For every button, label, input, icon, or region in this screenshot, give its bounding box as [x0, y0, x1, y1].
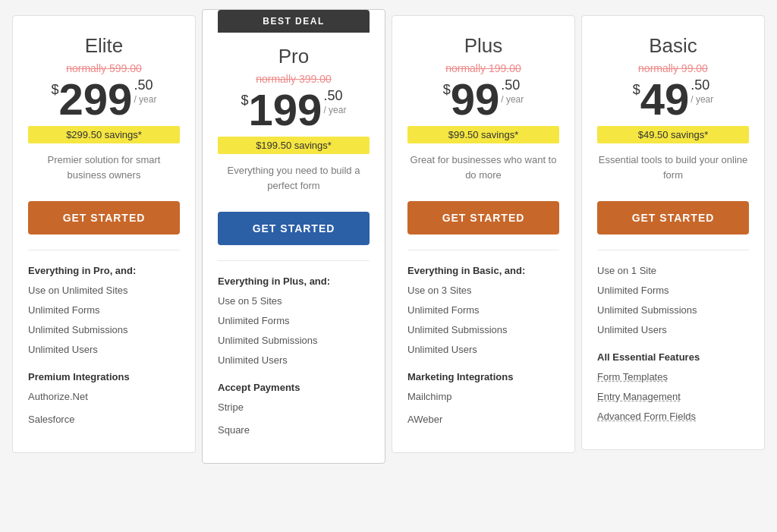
feature-item: Use on 3 Sites — [407, 281, 559, 301]
feature-item: Use on 5 Sites — [218, 291, 370, 311]
feature-section-plus-0: Everything in Basic, and:Use on 3 SitesU… — [407, 261, 559, 360]
best-deal-banner: BEST DEAL — [218, 10, 370, 33]
feature-item: Use on 1 Site — [597, 261, 749, 281]
feature-section-elite-1: Premium IntegrationsAuthorize.NetSalesfo… — [28, 367, 180, 430]
price-amount-elite: 299 — [59, 77, 133, 121]
price-dollar-pro: $ — [241, 93, 249, 109]
feature-section-basic-1: All Essential FeaturesForm TemplatesEntr… — [597, 348, 749, 427]
feature-header-elite-1: Premium Integrations — [28, 367, 180, 387]
features-list-plus: Everything in Basic, and:Use on 3 SitesU… — [407, 261, 559, 430]
price-cents-pro: .50 — [323, 88, 346, 105]
feature-item: Advanced Form Fields — [597, 407, 749, 427]
feature-item: Unlimited Forms — [597, 281, 749, 301]
feature-item: Unlimited Submissions — [28, 320, 180, 340]
plan-card-pro: BEST DEALPronormally 399.00 $ 199 .50 / … — [202, 9, 385, 464]
feature-item: Unlimited Users — [218, 351, 370, 370]
savings-badge-pro: $199.50 savings* — [218, 137, 370, 154]
savings-badge-elite: $299.50 savings* — [28, 126, 180, 143]
feature-section-basic-0: Use on 1 SiteUnlimited FormsUnlimited Su… — [597, 261, 749, 340]
divider-plus — [407, 250, 559, 250]
pricing-section: Elitenormally 599.00 $ 299 .50 / year $2… — [9, 15, 768, 464]
feature-item: Form Templates — [597, 367, 749, 387]
feature-item: Use on Unlimited Sites — [28, 281, 180, 301]
plan-description-elite: Premier solution for smart business owne… — [28, 153, 180, 189]
feature-item: Unlimited Submissions — [407, 320, 559, 340]
features-list-elite: Everything in Pro, and:Use on Unlimited … — [28, 261, 180, 430]
feature-item: Salesforce — [28, 410, 180, 430]
feature-section-plus-1: Marketing IntegrationsMailchimpAWeber — [407, 367, 559, 430]
plan-name-plus: Plus — [407, 34, 559, 58]
feature-header-plus-0: Everything in Basic, and: — [407, 261, 559, 281]
plan-name-basic: Basic — [597, 34, 749, 58]
price-cents-plus: .50 — [501, 77, 524, 94]
price-year-elite: / year — [134, 94, 156, 105]
price-detail-elite: .50 / year — [134, 77, 156, 105]
feature-section-elite-0: Everything in Pro, and:Use on Unlimited … — [28, 261, 180, 360]
plan-card-basic: Basicnormally 99.00 $ 49 .50 / year $49.… — [581, 15, 765, 450]
features-list-pro: Everything in Plus, and:Use on 5 SitesUn… — [218, 272, 370, 440]
plan-description-pro: Everything you need to build a perfect f… — [218, 163, 370, 200]
feature-header-pro-0: Everything in Plus, and: — [218, 272, 370, 291]
plan-name-pro: Pro — [218, 45, 370, 68]
price-row-elite: $ 299 .50 / year — [28, 77, 180, 121]
feature-item: Unlimited Users — [597, 320, 749, 340]
price-amount-plus: 99 — [451, 77, 500, 121]
price-row-plus: $ 99 .50 / year — [407, 77, 559, 121]
original-price-plus: normally 199.00 — [407, 62, 559, 74]
savings-badge-plus: $99.50 savings* — [407, 126, 559, 143]
original-price-pro: normally 399.00 — [218, 73, 370, 85]
feature-header-pro-1: Accept Payments — [218, 378, 370, 398]
price-amount-basic: 49 — [640, 77, 690, 121]
feature-item: Unlimited Submissions — [218, 331, 370, 351]
price-amount-pro: 199 — [249, 88, 322, 132]
plan-card-elite: Elitenormally 599.00 $ 299 .50 / year $2… — [12, 15, 196, 453]
features-list-basic: Use on 1 SiteUnlimited FormsUnlimited Su… — [597, 261, 749, 427]
feature-item: Authorize.Net — [28, 387, 180, 407]
feature-header-plus-1: Marketing Integrations — [407, 367, 559, 387]
price-detail-pro: .50 / year — [323, 88, 346, 115]
price-detail-basic: .50 / year — [690, 77, 713, 105]
feature-item: Unlimited Submissions — [597, 301, 749, 320]
price-dollar-basic: $ — [633, 82, 640, 98]
price-year-basic: / year — [690, 94, 713, 105]
original-price-basic: normally 99.00 — [597, 62, 749, 74]
price-detail-plus: .50 / year — [501, 77, 524, 105]
original-price-elite: normally 599.00 — [28, 62, 180, 74]
get-started-btn-elite[interactable]: GET STARTED — [28, 201, 180, 235]
feature-header-basic-1: All Essential Features — [597, 348, 749, 367]
price-dollar-elite: $ — [52, 82, 59, 98]
price-row-basic: $ 49 .50 / year — [597, 77, 749, 121]
feature-item: AWeber — [407, 410, 559, 430]
feature-item: Unlimited Forms — [407, 301, 559, 320]
divider-elite — [28, 250, 180, 250]
feature-item: Unlimited Forms — [218, 311, 370, 331]
price-year-plus: / year — [501, 94, 524, 105]
feature-section-pro-1: Accept PaymentsStripeSquare — [218, 378, 370, 440]
savings-badge-basic: $49.50 savings* — [597, 126, 749, 143]
feature-item: Unlimited Users — [407, 340, 559, 360]
plans-row: Elitenormally 599.00 $ 299 .50 / year $2… — [9, 15, 768, 464]
price-cents-basic: .50 — [690, 77, 713, 94]
get-started-btn-pro[interactable]: GET STARTED — [218, 212, 370, 245]
feature-header-elite-0: Everything in Pro, and: — [28, 261, 180, 281]
plan-card-plus: Plusnormally 199.00 $ 99 .50 / year $99.… — [392, 15, 575, 453]
feature-item: Stripe — [218, 398, 370, 417]
divider-pro — [218, 260, 370, 261]
plan-name-elite: Elite — [28, 34, 180, 58]
price-year-pro: / year — [323, 105, 346, 115]
feature-item: Unlimited Forms — [28, 301, 180, 320]
price-dollar-plus: $ — [443, 82, 451, 98]
feature-item: Mailchimp — [407, 387, 559, 407]
plan-description-basic: Essential tools to build your online for… — [597, 153, 749, 189]
divider-basic — [597, 250, 749, 250]
feature-item: Square — [218, 420, 370, 440]
price-row-pro: $ 199 .50 / year — [218, 88, 370, 132]
get-started-btn-basic[interactable]: GET STARTED — [597, 201, 749, 235]
feature-section-pro-0: Everything in Plus, and:Use on 5 SitesUn… — [218, 272, 370, 370]
feature-item: Unlimited Users — [28, 340, 180, 360]
get-started-btn-plus[interactable]: GET STARTED — [407, 201, 559, 235]
feature-item: Entry Management — [597, 387, 749, 407]
plan-description-plus: Great for businesses who want to do more — [407, 153, 559, 189]
price-cents-elite: .50 — [134, 77, 156, 94]
